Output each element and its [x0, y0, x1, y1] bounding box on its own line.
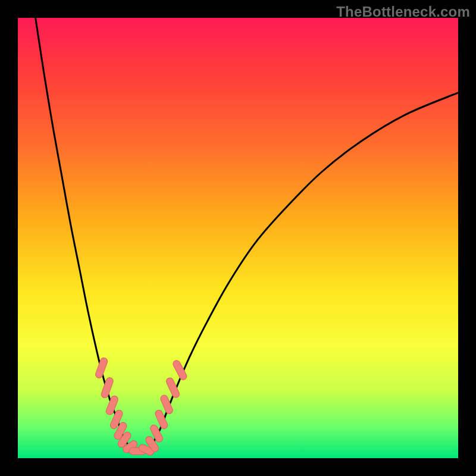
data-marker: [172, 359, 188, 381]
data-marker: [95, 357, 108, 379]
watermark-text: TheBottleneck.com: [336, 4, 470, 20]
bottleneck-curve: [36, 18, 458, 453]
chart-frame: TheBottleneck.com: [0, 0, 476, 476]
data-marker: [101, 377, 114, 399]
data-marker: [165, 377, 181, 399]
curve-svg: [18, 18, 458, 458]
plot-area: [18, 18, 458, 458]
